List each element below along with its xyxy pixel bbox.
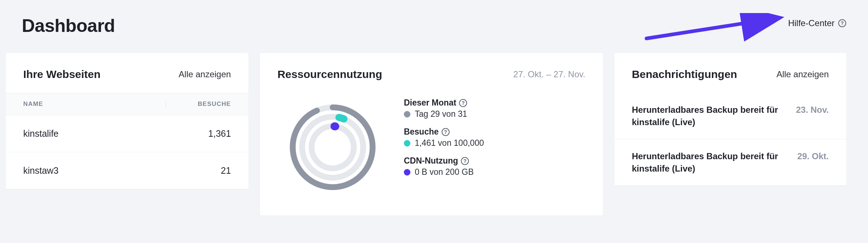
help-icon[interactable]: ? xyxy=(838,19,846,27)
dot-icon xyxy=(404,169,410,176)
notification-item[interactable]: Herunterladbares Backup bereit für kinst… xyxy=(615,93,846,139)
legend-visits-row: 1,461 von 100,000 xyxy=(404,138,585,148)
page-title: Dashboard xyxy=(22,15,868,36)
svg-point-5 xyxy=(312,126,354,168)
svg-point-4 xyxy=(296,111,369,183)
sites-show-all-link[interactable]: Alle anzeigen xyxy=(179,69,231,79)
site-visits: 1,361 xyxy=(166,128,231,139)
usage-legend: Dieser Monat ? Tag 29 von 31 Besuche ? xyxy=(404,96,585,198)
sites-card-header: Ihre Webseiten Alle anzeigen xyxy=(6,53,248,93)
notification-text: Herunterladbares Backup bereit für kinst… xyxy=(632,150,784,174)
table-row[interactable]: kinstaw3 21 xyxy=(6,152,248,189)
notifications-show-all-link[interactable]: Alle anzeigen xyxy=(776,69,829,79)
legend-month-row: Tag 29 von 31 xyxy=(404,109,585,119)
site-visits: 21 xyxy=(166,165,231,176)
dot-icon xyxy=(404,111,410,118)
help-icon[interactable]: ? xyxy=(461,157,469,165)
legend-month-value: Tag 29 von 31 xyxy=(415,109,467,119)
help-icon[interactable]: ? xyxy=(442,128,450,136)
notification-item[interactable]: Herunterladbares Backup bereit für kinst… xyxy=(615,139,846,186)
sites-card: Ihre Webseiten Alle anzeigen NAME BESUCH… xyxy=(6,53,248,189)
resources-card-title: Ressourcennutzung xyxy=(277,68,382,81)
resources-date-range: 27. Okt. – 27. Nov. xyxy=(513,69,585,79)
col-visits-header: BESUCHE xyxy=(166,100,231,108)
site-name: kinstaw3 xyxy=(23,165,166,176)
help-center-label: Hilfe-Center xyxy=(788,18,835,28)
notifications-card-title: Benachrichtigungen xyxy=(632,68,737,81)
notification-date: 29. Okt. xyxy=(797,150,829,174)
legend-month-title: Dieser Monat ? xyxy=(404,98,585,108)
resources-card: Ressourcennutzung 27. Okt. – 27. Nov. xyxy=(260,53,603,215)
resources-card-header: Ressourcennutzung 27. Okt. – 27. Nov. xyxy=(260,53,603,93)
help-center-link[interactable]: Hilfe-Center ? xyxy=(788,18,846,28)
legend-visits-value: 1,461 von 100,000 xyxy=(415,138,484,148)
legend-visits-title: Besuche ? xyxy=(404,127,585,137)
sites-table-header: NAME BESUCHE xyxy=(6,93,248,115)
legend-visits-title-text: Besuche xyxy=(404,127,439,137)
legend-cdn-title: CDN-Nutzung ? xyxy=(404,156,585,166)
site-name: kinstalife xyxy=(23,128,166,139)
notification-date: 23. Nov. xyxy=(796,104,829,128)
legend-cdn-value: 0 B von 200 GB xyxy=(415,167,474,177)
legend-cdn-title-text: CDN-Nutzung xyxy=(404,156,458,166)
dot-icon xyxy=(404,140,410,147)
col-name-header: NAME xyxy=(23,100,166,108)
notifications-card: Benachrichtigungen Alle anzeigen Herunte… xyxy=(615,53,846,186)
legend-month-title-text: Dieser Monat xyxy=(404,98,456,108)
table-row[interactable]: kinstalife 1,361 xyxy=(6,115,248,152)
notifications-card-header: Benachrichtigungen Alle anzeigen xyxy=(615,53,846,93)
help-icon[interactable]: ? xyxy=(459,99,467,107)
usage-rings-chart xyxy=(282,96,384,198)
notification-text: Herunterladbares Backup bereit für kinst… xyxy=(632,104,784,128)
sites-card-title: Ihre Webseiten xyxy=(23,68,101,81)
legend-cdn-row: 0 B von 200 GB xyxy=(404,167,585,177)
